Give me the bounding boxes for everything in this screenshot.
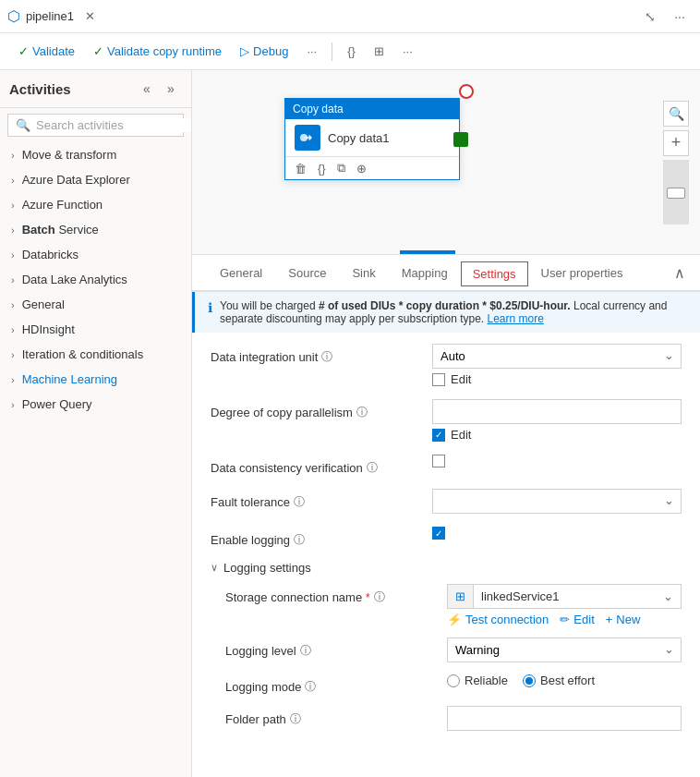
chevron-icon: › [11,200,15,211]
fault-tolerance-select[interactable]: Skip incompatible rows [432,489,682,514]
template-button[interactable]: ⊞ [367,41,392,62]
debug-button[interactable]: ▷ Debug [233,41,296,62]
validate-copy-button[interactable]: ✓ Validate copy runtime [86,41,229,62]
more-options-button[interactable]: ··· [667,4,693,30]
new-link[interactable]: + New [606,613,641,626]
toolbar-more-button-2[interactable]: ··· [395,41,420,62]
data-consistency-row: Data consistency verification ⓘ [211,455,682,476]
test-connection-link[interactable]: ⚡ Test connection [447,613,549,626]
storage-connection-info-icon[interactable]: ⓘ [374,589,385,605]
chevron-icon: › [11,374,15,385]
edit-link[interactable]: ✏ Edit [560,613,594,626]
sidebar-item-azure-data-explorer[interactable]: › Azure Data Explorer [0,167,191,192]
data-integration-unit-info-icon[interactable]: ⓘ [321,349,332,365]
tab-general[interactable]: General [207,259,275,289]
sidebar-collapse-button[interactable]: « [136,78,158,100]
data-consistency-info-icon[interactable]: ⓘ [367,460,378,476]
chevron-icon: › [11,349,15,360]
sidebar-item-batch-service[interactable]: › Batch Service [0,217,191,242]
zoom-slider-thumb[interactable] [667,188,685,199]
new-label: New [616,613,640,626]
pipeline-title: pipeline1 [26,9,74,23]
logging-mode-best-effort[interactable]: Best effort [523,674,595,687]
sidebar-item-general[interactable]: › General [0,292,191,317]
title-close-icon[interactable]: ✕ [85,9,95,23]
sidebar-item-azure-function[interactable]: › Azure Function [0,192,191,217]
tab-source[interactable]: Source [275,259,339,289]
canvas-selection-indicator [400,250,455,254]
logging-mode-reliable[interactable]: Reliable [447,674,508,687]
sidebar-item-label: Machine Learning [22,372,117,386]
sidebar-header: Activities « » [0,70,191,108]
enable-logging-label: Enable logging ⓘ [211,527,423,548]
copy-parallelism-input[interactable] [432,399,682,424]
zoom-in-button[interactable]: + [663,130,689,156]
chevron-icon: › [11,324,15,335]
linked-service-select[interactable]: ⊞ linkedService1 ⌄ [447,584,682,609]
linked-service-chevron-icon: ⌄ [656,585,681,608]
data-integration-edit-label: Edit [451,372,471,386]
tab-user-properties[interactable]: User properties [528,259,636,289]
delete-icon[interactable]: 🗑 [295,162,307,176]
sidebar-item-data-lake-analytics[interactable]: › Data Lake Analytics [0,267,191,292]
tab-settings[interactable]: Settings [461,261,528,286]
fault-tolerance-info-icon[interactable]: ⓘ [294,494,305,510]
fault-tolerance-control: Skip incompatible rows [432,489,682,514]
folder-path-input[interactable] [447,706,682,731]
info-bold-text: # of used DIUs * copy duration * $0.25/D… [319,299,571,312]
chevron-icon: › [11,299,15,310]
copy-data-node[interactable]: Copy data Copy data1 🗑 {} ⧉ ⊕ [284,98,460,180]
tabs-bar: General Source Sink Mapping Settings Use… [192,255,700,292]
sidebar-item-hdinsight[interactable]: › HDInsight [0,317,191,342]
zoom-search-button[interactable]: 🔍 [663,101,689,127]
sidebar-item-power-query[interactable]: › Power Query [0,392,191,417]
node-connector-right[interactable] [453,132,468,147]
copy-parallelism-control: ✓ Edit [432,399,682,442]
zoom-slider[interactable] [663,160,689,225]
toolbar-more-button[interactable]: ··· [299,41,324,62]
title-bar: ⬡ pipeline1 ✕ ⤡ ··· [0,0,700,33]
copy-icon[interactable]: ⧉ [337,161,345,176]
search-input[interactable] [36,118,191,132]
sidebar-item-move-transform[interactable]: › Move & transform [0,142,191,167]
logging-mode-info-icon[interactable]: ⓘ [305,679,316,695]
tab-sink[interactable]: Sink [339,259,388,289]
sidebar-item-label: Iteration & conditionals [22,347,144,361]
add-output-icon[interactable]: ⊕ [356,162,367,176]
logging-mode-radio-group: Reliable Best effort [447,674,682,687]
logging-level-info-icon[interactable]: ⓘ [300,643,311,659]
linked-service-icon: ⊞ [448,585,474,608]
sidebar-item-iteration-conditionals[interactable]: › Iteration & conditionals [0,342,191,367]
tab-mapping[interactable]: Mapping [389,259,461,289]
copy-parallelism-info-icon[interactable]: ⓘ [356,405,368,420]
data-integration-unit-control: Auto 2 4 8 Edit [432,344,682,386]
chevron-icon: › [11,175,15,186]
enable-logging-info-icon[interactable]: ⓘ [294,532,305,548]
validate-button[interactable]: ✓ Validate [11,41,82,62]
expand-button[interactable]: ⤡ [637,4,663,30]
tabs-collapse-button[interactable]: ∧ [674,264,685,282]
data-consistency-checkbox[interactable] [432,455,445,467]
test-connection-icon: ⚡ [447,613,462,626]
sidebar-item-databricks[interactable]: › Databricks [0,242,191,267]
code-view-button[interactable]: {} [340,41,363,62]
logging-level-select[interactable]: Warning Info Error [447,637,682,662]
logging-settings-header[interactable]: ∨ Logging settings [211,561,682,575]
new-plus-icon: + [606,613,613,626]
sidebar-expand-button[interactable]: » [160,78,182,100]
copy-parallelism-edit-checkbox[interactable]: ✓ [432,429,445,442]
node-name: Copy data [293,103,344,115]
folder-path-info-icon[interactable]: ⓘ [290,711,301,727]
data-integration-edit-row: Edit [432,372,682,386]
code-icon[interactable]: {} [318,162,326,176]
data-integration-edit-checkbox[interactable] [432,373,445,386]
pipeline-canvas[interactable]: Copy data Copy data1 🗑 {} ⧉ ⊕ [192,70,700,255]
enable-logging-checkbox[interactable]: ✓ [432,527,445,540]
validate-label: Validate [32,44,75,58]
sidebar-item-machine-learning[interactable]: › Machine Learning [0,367,191,392]
learn-more-link[interactable]: Learn more [488,312,544,325]
validate-check-icon: ✓ [18,44,29,58]
data-integration-unit-select[interactable]: Auto 2 4 8 [432,344,682,369]
node-body: Copy data1 [285,119,459,156]
sidebar-item-label: Azure Function [22,198,103,212]
